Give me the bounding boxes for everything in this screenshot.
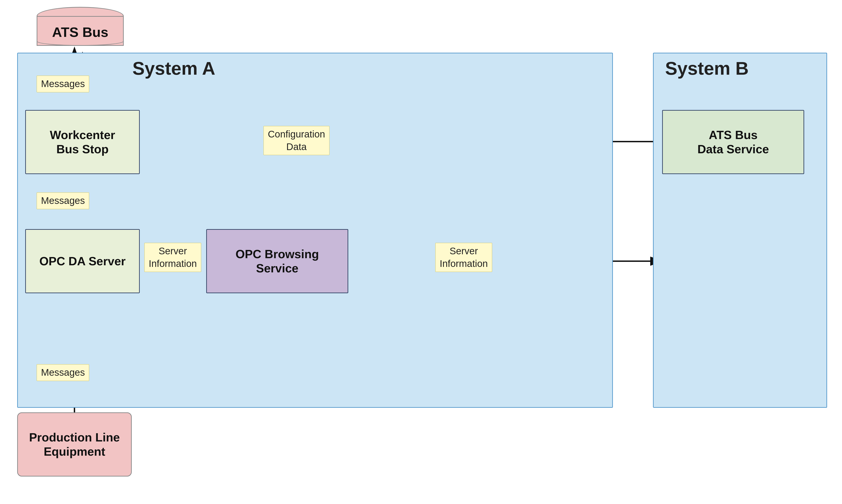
system-a-label: System A — [132, 58, 215, 79]
ats-bus-data-service-label: ATS Bus Data Service — [663, 111, 804, 174]
diagram-container: ATS Bus System A System B Workcenter Bus… — [0, 0, 842, 504]
server-info-label-1: Server Information — [144, 243, 201, 272]
ats-bus-label: ATS Bus — [52, 24, 108, 40]
opc-da-server-box: OPC DA Server — [25, 229, 140, 293]
system-b-box: System B — [653, 53, 827, 408]
opc-browsing-service-box: OPC Browsing Service — [206, 229, 348, 293]
system-b-label: System B — [665, 58, 749, 79]
ats-bus: ATS Bus — [37, 7, 124, 48]
config-data-label: Configuration Data — [264, 126, 329, 155]
messages-label-1: Messages — [37, 76, 89, 92]
ats-bus-data-service-box: ATS Bus Data Service — [662, 110, 804, 174]
production-line-label: Production Line Equipment — [18, 413, 131, 476]
opc-browsing-service-label: OPC Browsing Service — [207, 230, 347, 292]
opc-da-server-label: OPC DA Server — [26, 230, 139, 292]
workcenter-bus-stop-label: Workcenter Bus Stop — [26, 111, 139, 174]
messages-label-2: Messages — [37, 193, 89, 209]
server-info-label-2: Server Information — [435, 243, 492, 272]
workcenter-bus-stop-box: Workcenter Bus Stop — [25, 110, 140, 174]
messages-label-3: Messages — [37, 364, 89, 381]
production-line-box: Production Line Equipment — [17, 412, 132, 476]
